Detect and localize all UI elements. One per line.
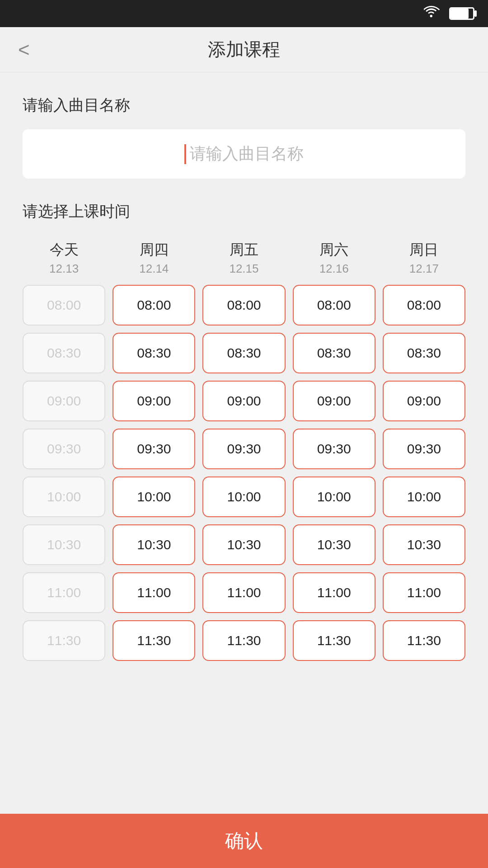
timeslot-2-3[interactable]: 09:00 (293, 381, 375, 421)
timeslot-7-3[interactable]: 11:30 (293, 620, 375, 661)
cursor-icon (184, 144, 186, 164)
page-title: 添加课程 (208, 37, 280, 62)
timeslot-5-1[interactable]: 10:30 (113, 524, 195, 565)
main-content: 请输入曲目名称 请输入曲目名称 请选择上课时间 今天12.13周四12.14周五… (0, 72, 488, 724)
timeslot-4-1[interactable]: 10:00 (113, 476, 195, 517)
day-name-0: 今天 (50, 240, 79, 260)
back-button[interactable]: < (18, 38, 30, 61)
timeslot-row-5: 10:3010:3010:3010:3010:30 (23, 524, 465, 565)
timeslot-3-1[interactable]: 09:30 (113, 429, 195, 469)
timeslot-6-4[interactable]: 11:00 (383, 572, 465, 613)
day-name-3: 周六 (319, 240, 348, 260)
course-name-input-area[interactable]: 请输入曲目名称 (23, 129, 465, 179)
timeslot-4-0[interactable]: 10:00 (23, 476, 105, 517)
day-name-1: 周四 (140, 240, 169, 260)
timeslot-6-3[interactable]: 11:00 (293, 572, 375, 613)
timeslot-5-4[interactable]: 10:30 (383, 524, 465, 565)
confirm-button[interactable]: 确认 (225, 828, 263, 854)
timeslot-3-0[interactable]: 09:30 (23, 429, 105, 469)
course-name-label: 请输入曲目名称 (23, 95, 465, 116)
battery-icon (449, 7, 474, 20)
day-name-2: 周五 (230, 240, 258, 260)
day-name-4: 周日 (409, 240, 438, 260)
day-col-3: 周六12.16 (293, 240, 375, 276)
confirm-bar[interactable]: 确认 (0, 814, 488, 868)
timeslot-row-0: 08:0008:0008:0008:0008:00 (23, 285, 465, 326)
timeslot-6-1[interactable]: 11:00 (113, 572, 195, 613)
timeslot-1-0[interactable]: 08:30 (23, 333, 105, 373)
timeslot-2-1[interactable]: 09:00 (113, 381, 195, 421)
course-name-placeholder: 请输入曲目名称 (190, 143, 304, 165)
timeslot-row-2: 09:0009:0009:0009:0009:00 (23, 381, 465, 421)
timeslot-5-0[interactable]: 10:30 (23, 524, 105, 565)
status-bar (0, 0, 488, 27)
day-date-1: 12.14 (139, 262, 169, 276)
timeslot-row-3: 09:3009:3009:3009:3009:30 (23, 429, 465, 469)
timeslot-row-6: 11:0011:0011:0011:0011:00 (23, 572, 465, 613)
timeslot-3-4[interactable]: 09:30 (383, 429, 465, 469)
timeslot-3-2[interactable]: 09:30 (202, 429, 285, 469)
time-section-label: 请选择上课时间 (23, 201, 465, 222)
day-col-1: 周四12.14 (113, 240, 195, 276)
timeslot-0-3[interactable]: 08:00 (293, 285, 375, 326)
timeslot-row-7: 11:3011:3011:3011:3011:30 (23, 620, 465, 661)
day-date-2: 12.15 (229, 262, 258, 276)
timeslot-2-2[interactable]: 09:00 (202, 381, 285, 421)
timeslot-5-3[interactable]: 10:30 (293, 524, 375, 565)
timeslot-row-4: 10:0010:0010:0010:0010:00 (23, 476, 465, 517)
timeslot-7-4[interactable]: 11:30 (383, 620, 465, 661)
timeslot-2-4[interactable]: 09:00 (383, 381, 465, 421)
timeslot-0-2[interactable]: 08:00 (202, 285, 285, 326)
timeslot-7-0[interactable]: 11:30 (23, 620, 105, 661)
timeslots-grid: 08:0008:0008:0008:0008:0008:3008:3008:30… (23, 285, 465, 661)
days-header: 今天12.13周四12.14周五12.15周六12.16周日12.17 (23, 240, 465, 276)
timeslot-0-1[interactable]: 08:00 (113, 285, 195, 326)
timeslot-1-1[interactable]: 08:30 (113, 333, 195, 373)
day-date-3: 12.16 (319, 262, 349, 276)
wifi-icon (424, 6, 440, 22)
timeslot-6-0[interactable]: 11:00 (23, 572, 105, 613)
day-date-0: 12.13 (49, 262, 79, 276)
day-col-0: 今天12.13 (23, 240, 105, 276)
timeslot-row-1: 08:3008:3008:3008:3008:30 (23, 333, 465, 373)
timeslot-1-4[interactable]: 08:30 (383, 333, 465, 373)
timeslot-0-0[interactable]: 08:00 (23, 285, 105, 326)
day-col-4: 周日12.17 (383, 240, 465, 276)
timeslot-3-3[interactable]: 09:30 (293, 429, 375, 469)
timeslot-0-4[interactable]: 08:00 (383, 285, 465, 326)
timeslot-7-1[interactable]: 11:30 (113, 620, 195, 661)
timeslot-5-2[interactable]: 10:30 (202, 524, 285, 565)
timeslot-7-2[interactable]: 11:30 (202, 620, 285, 661)
timeslot-6-2[interactable]: 11:00 (202, 572, 285, 613)
timeslot-2-0[interactable]: 09:00 (23, 381, 105, 421)
day-date-4: 12.17 (409, 262, 439, 276)
page-header: < 添加课程 (0, 27, 488, 72)
timeslot-4-2[interactable]: 10:00 (202, 476, 285, 517)
day-col-2: 周五12.15 (202, 240, 285, 276)
timeslot-4-4[interactable]: 10:00 (383, 476, 465, 517)
timeslot-1-3[interactable]: 08:30 (293, 333, 375, 373)
timeslot-1-2[interactable]: 08:30 (202, 333, 285, 373)
timeslot-4-3[interactable]: 10:00 (293, 476, 375, 517)
